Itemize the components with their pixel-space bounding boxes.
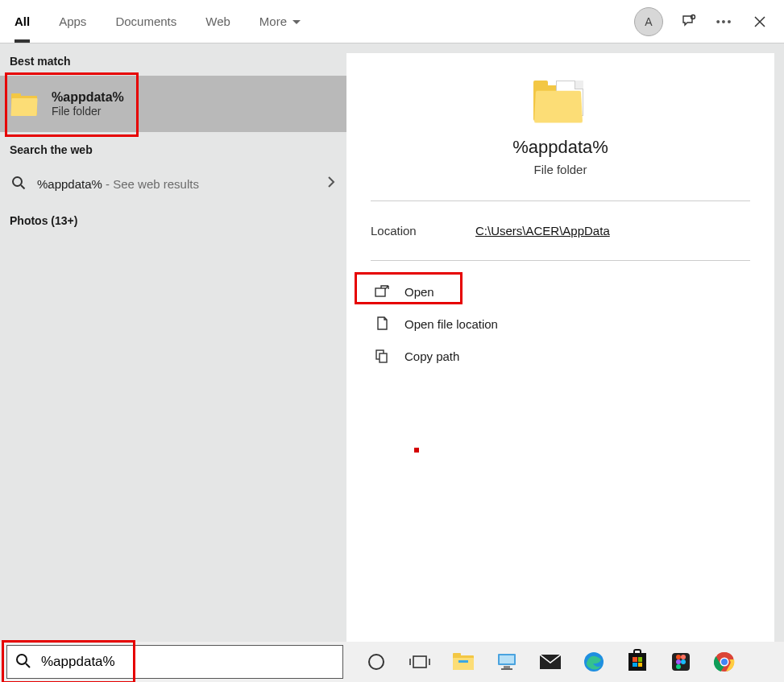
search-web-header: Search the web xyxy=(0,132,346,164)
best-match-result[interactable]: %appdata% File folder xyxy=(0,76,346,132)
open-icon xyxy=(374,285,390,298)
detail-title: %appdata% xyxy=(371,137,750,158)
taskbar-icons xyxy=(364,650,736,674)
remote-desktop-icon[interactable] xyxy=(495,650,519,674)
file-explorer-icon[interactable] xyxy=(451,650,475,674)
svg-rect-9 xyxy=(500,655,514,663)
open-location-icon xyxy=(374,316,390,331)
best-match-title: %appdata% xyxy=(52,90,124,105)
svg-point-14 xyxy=(676,655,681,659)
svg-point-17 xyxy=(681,659,686,664)
svg-point-1 xyxy=(13,177,22,186)
chevron-right-icon xyxy=(327,176,335,192)
action-open-location[interactable]: Open file location xyxy=(371,308,750,340)
copy-icon xyxy=(374,349,390,363)
svg-rect-4 xyxy=(380,353,387,362)
svg-point-6 xyxy=(369,655,384,669)
action-copy-path-label: Copy path xyxy=(404,349,459,363)
results-panel: Best match %appdata% File folder Search … xyxy=(0,43,346,642)
svg-rect-2 xyxy=(375,288,385,296)
svg-point-15 xyxy=(681,655,686,659)
action-open-location-label: Open file location xyxy=(404,317,498,331)
task-view-icon[interactable] xyxy=(408,650,432,674)
chrome-icon[interactable] xyxy=(712,650,736,674)
header-actions: A ••• xyxy=(634,7,776,36)
detail-panel-wrap: %appdata% File folder Location C:\Users\… xyxy=(346,43,784,642)
edge-icon[interactable] xyxy=(582,650,606,674)
mail-icon[interactable] xyxy=(538,650,562,674)
svg-point-18 xyxy=(676,664,681,669)
svg-point-5 xyxy=(17,655,27,664)
folder-icon xyxy=(11,89,40,118)
best-match-header: Best match xyxy=(0,43,346,76)
detail-header: %appdata% File folder xyxy=(371,77,750,201)
tab-all[interactable]: All xyxy=(0,0,44,43)
svg-point-0 xyxy=(691,14,695,19)
main-content: Best match %appdata% File folder Search … xyxy=(0,43,784,642)
header: All Apps Documents Web More A ••• xyxy=(0,0,784,43)
photos-header[interactable]: Photos (13+) xyxy=(0,203,346,235)
more-options-icon[interactable]: ••• xyxy=(715,12,734,31)
svg-point-22 xyxy=(721,659,728,665)
svg-rect-10 xyxy=(504,666,510,668)
tab-more-label: More xyxy=(259,14,287,28)
microsoft-store-icon[interactable] xyxy=(625,650,649,674)
action-copy-path[interactable]: Copy path xyxy=(371,340,750,372)
svg-point-16 xyxy=(676,659,681,664)
figma-icon[interactable] xyxy=(669,650,693,674)
user-avatar[interactable]: A xyxy=(634,7,663,36)
location-value[interactable]: C:\Users\ACER\AppData xyxy=(475,224,610,238)
taskbar-search[interactable] xyxy=(6,645,343,679)
web-result-suffix: - See web results xyxy=(106,177,199,191)
location-row: Location C:\Users\ACER\AppData xyxy=(371,201,750,261)
web-result-item[interactable]: %appdata% - See web results xyxy=(0,164,346,203)
web-result-query: %appdata% xyxy=(37,177,102,191)
svg-rect-11 xyxy=(501,668,512,670)
search-input[interactable] xyxy=(39,653,334,671)
detail-subtitle: File folder xyxy=(371,163,750,176)
folder-large-icon xyxy=(533,77,588,124)
feedback-icon[interactable] xyxy=(679,12,699,31)
search-filter-tabs: All Apps Documents Web More xyxy=(0,0,316,43)
svg-rect-7 xyxy=(413,656,426,668)
tab-documents[interactable]: Documents xyxy=(101,0,191,43)
search-icon xyxy=(11,176,26,192)
search-icon xyxy=(15,653,31,672)
best-match-texts: %appdata% File folder xyxy=(52,90,124,118)
detail-actions: Open Open file location Copy path xyxy=(371,261,750,386)
action-open[interactable]: Open xyxy=(371,275,750,308)
taskbar xyxy=(0,642,784,682)
detail-panel: %appdata% File folder Location C:\Users\… xyxy=(346,53,774,642)
cortana-icon[interactable] xyxy=(364,650,388,674)
chevron-down-icon xyxy=(292,14,301,28)
best-match-subtitle: File folder xyxy=(52,105,124,118)
annotation-dot xyxy=(414,448,419,453)
tab-web[interactable]: Web xyxy=(191,0,245,43)
close-icon[interactable] xyxy=(750,12,769,31)
location-label: Location xyxy=(371,224,475,238)
tab-apps[interactable]: Apps xyxy=(44,0,101,43)
action-open-label: Open xyxy=(404,285,434,299)
tab-more[interactable]: More xyxy=(245,0,316,43)
